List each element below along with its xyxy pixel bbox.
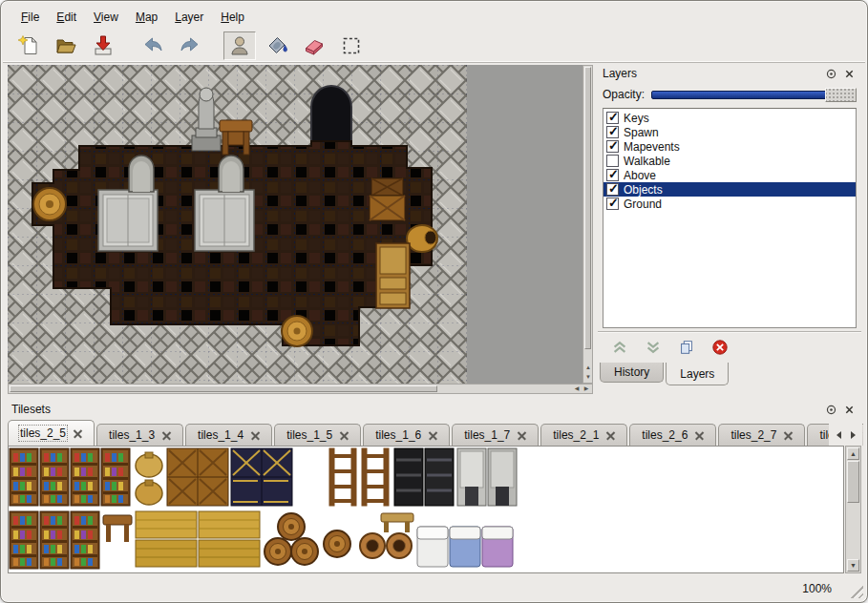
tab-close-icon[interactable] bbox=[518, 431, 526, 440]
layer-label: Walkable bbox=[624, 155, 670, 168]
menu-layer[interactable]: Layer bbox=[166, 8, 212, 27]
tab-close-icon[interactable] bbox=[429, 431, 437, 440]
tilesets-panel-title: Tilesets bbox=[11, 403, 820, 416]
redo-button[interactable] bbox=[174, 31, 206, 60]
float-panel-icon[interactable] bbox=[824, 403, 838, 416]
duplicate-pages-icon bbox=[678, 339, 695, 356]
layer-label: Above bbox=[624, 169, 656, 182]
menu-edit[interactable]: Edit bbox=[48, 8, 85, 27]
tileset-vertical-scrollbar[interactable]: ▲ ▼ bbox=[845, 446, 861, 573]
tab-close-icon[interactable] bbox=[695, 431, 704, 440]
eraser-tool-button[interactable] bbox=[298, 31, 330, 60]
undo-button[interactable] bbox=[137, 31, 169, 60]
delete-circle-x-icon bbox=[711, 339, 729, 356]
layer-visibility-checkbox[interactable] bbox=[606, 140, 619, 153]
chevron-left-icon[interactable] bbox=[832, 426, 844, 444]
layer-row[interactable]: Keys bbox=[603, 111, 856, 125]
new-map-button[interactable] bbox=[12, 31, 45, 60]
tab-close-icon[interactable] bbox=[74, 429, 82, 438]
close-panel-icon[interactable] bbox=[842, 67, 857, 80]
opacity-slider[interactable] bbox=[651, 86, 857, 103]
menu-map[interactable]: Map bbox=[127, 8, 166, 27]
lower-layer-button[interactable] bbox=[643, 337, 664, 358]
layers-panel-title: Layers bbox=[603, 67, 820, 80]
fill-tool-button[interactable] bbox=[261, 31, 293, 60]
map-horizontal-scroll-thumb[interactable] bbox=[10, 385, 437, 392]
tileset-tab[interactable]: tiles_2_6 bbox=[629, 424, 716, 446]
new-file-icon bbox=[17, 34, 40, 57]
scroll-up-icon[interactable]: ▲ bbox=[583, 364, 593, 372]
menu-file[interactable]: File bbox=[12, 8, 48, 27]
opacity-slider-handle[interactable] bbox=[825, 88, 857, 102]
map-horizontal-scrollbar[interactable]: ◀ ▶ bbox=[8, 384, 593, 394]
toolbar bbox=[3, 30, 865, 63]
tileset-tab[interactable]: tiles_1_7 bbox=[452, 424, 539, 446]
tileset-tab[interactable]: tiles_2_5 bbox=[8, 420, 95, 446]
menu-view[interactable]: View bbox=[85, 8, 127, 27]
tileset-tab[interactable]: tiles_1_3 bbox=[96, 424, 183, 446]
layer-row[interactable]: Spawn bbox=[603, 125, 856, 139]
menu-help[interactable]: Help bbox=[212, 8, 253, 27]
scroll-down-icon[interactable]: ▼ bbox=[847, 559, 859, 572]
layers-panel-titlebar: Layers bbox=[596, 64, 863, 83]
scroll-right-icon[interactable]: ▶ bbox=[582, 385, 591, 393]
layer-row[interactable]: Objects bbox=[603, 182, 856, 197]
layer-visibility-checkbox[interactable] bbox=[606, 169, 619, 181]
save-map-button[interactable] bbox=[87, 31, 119, 60]
chevron-double-down-icon bbox=[645, 339, 662, 356]
tab-label: History bbox=[614, 365, 649, 379]
tab-close-icon[interactable] bbox=[340, 431, 349, 440]
map-canvas[interactable] bbox=[8, 65, 582, 384]
raise-layer-button[interactable] bbox=[609, 337, 630, 358]
stamp-tool-button[interactable] bbox=[223, 31, 256, 60]
map-vertical-scrollbar[interactable]: ▲ ▼ bbox=[582, 65, 593, 384]
zoom-level: 100% bbox=[802, 582, 832, 595]
tileset-tab[interactable]: tiles_2_1 bbox=[540, 424, 627, 446]
delete-layer-button[interactable] bbox=[709, 337, 730, 358]
tileset-tab[interactable]: tiles_1_6 bbox=[363, 424, 450, 446]
scroll-left-icon[interactable]: ◀ bbox=[572, 385, 582, 393]
duplicate-layer-button[interactable] bbox=[676, 337, 697, 358]
close-panel-icon[interactable] bbox=[842, 403, 857, 416]
scroll-down-icon[interactable]: ▼ bbox=[583, 373, 593, 382]
tileset-tab[interactable]: tiles_1_4 bbox=[185, 424, 272, 446]
layer-row[interactable]: Above bbox=[603, 168, 856, 182]
tab-close-icon[interactable] bbox=[784, 431, 793, 440]
tileset-tab-label: tiles_1_7 bbox=[464, 428, 510, 442]
layer-visibility-checkbox[interactable] bbox=[606, 198, 619, 210]
select-tool-button[interactable] bbox=[335, 31, 368, 60]
tileset-scroll-thumb[interactable] bbox=[847, 461, 859, 503]
resize-grip[interactable] bbox=[849, 584, 863, 598]
redo-arrow-icon bbox=[179, 34, 201, 57]
layer-row[interactable]: Walkable bbox=[603, 154, 856, 168]
tileset-canvas[interactable] bbox=[9, 447, 828, 572]
map-view: ▲ ▼ ◀ ▶ bbox=[8, 65, 593, 395]
layer-row[interactable]: Mapevents bbox=[603, 139, 856, 154]
scroll-up-icon[interactable]: ▲ bbox=[847, 447, 859, 460]
tileset-tab[interactable]: tiles_2_7 bbox=[718, 424, 805, 446]
tileset-tab-label: tiles_1_5 bbox=[286, 428, 332, 442]
layer-visibility-checkbox[interactable] bbox=[606, 183, 619, 196]
statusbar: 100% bbox=[1, 575, 867, 602]
layer-visibility-checkbox[interactable] bbox=[606, 112, 619, 124]
undo-arrow-icon bbox=[141, 34, 164, 57]
tab-history[interactable]: History bbox=[600, 363, 664, 383]
tab-layers[interactable]: Layers bbox=[666, 363, 729, 385]
open-map-button[interactable] bbox=[50, 31, 82, 60]
layer-list[interactable]: Keys Spawn Mapevents Walkable Above Obje… bbox=[603, 108, 857, 328]
tab-close-icon[interactable] bbox=[606, 431, 615, 440]
layer-visibility-checkbox[interactable] bbox=[606, 126, 619, 138]
tileset-tab-label: tiles_1_3 bbox=[109, 428, 155, 442]
layer-visibility-checkbox[interactable] bbox=[606, 155, 619, 167]
tab-label: Layers bbox=[680, 367, 714, 381]
float-panel-icon[interactable] bbox=[824, 67, 838, 80]
tab-close-icon[interactable] bbox=[162, 431, 171, 440]
map-vertical-scroll-thumb[interactable] bbox=[584, 67, 591, 349]
tab-close-icon[interactable] bbox=[251, 431, 260, 440]
menubar: File Edit View Map Layer Help bbox=[5, 6, 863, 29]
chevron-right-icon[interactable] bbox=[847, 426, 859, 444]
eraser-icon bbox=[303, 34, 326, 57]
layer-row[interactable]: Ground bbox=[603, 197, 856, 211]
tileset-tab[interactable]: tiles_1_5 bbox=[274, 424, 361, 446]
opacity-label: Opacity: bbox=[603, 88, 645, 101]
